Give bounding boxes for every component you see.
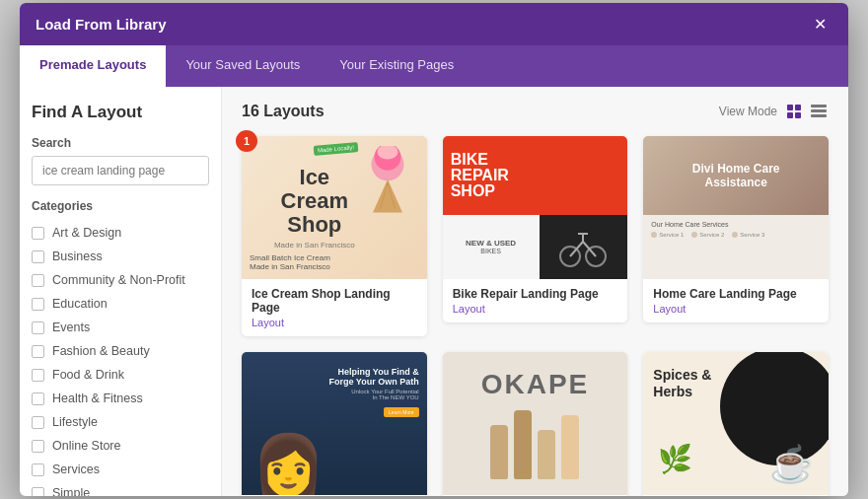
layout-card-wrapper-6: Spices &Herbs 🌿 ☕ Spices & Herbs Landing… [643, 352, 829, 496]
category-fashion[interactable]: Fashion & Beauty [32, 339, 209, 363]
made-locally-badge: Made Locally! [313, 142, 358, 156]
category-checkbox [32, 416, 44, 429]
bike-bottom-left: NEW & USED BIKES [443, 215, 540, 279]
tab-bar: Premade Layouts Your Saved Layouts Your … [20, 45, 848, 87]
spices-preview: Spices &Herbs 🌿 ☕ [643, 352, 829, 495]
layout-card-3[interactable]: Divi Home CareAssistance Our Home Care S… [643, 136, 829, 322]
category-online-store[interactable]: Online Store [32, 434, 209, 458]
layout-card-1[interactable]: IceCreamShop Made in San Francisco Made … [242, 136, 427, 336]
layout-info-6: Spices & Herbs Landing Page Layout [643, 495, 829, 496]
layout-card-2[interactable]: BIKEREPAIRSHOP NEW & USED BIKES [443, 136, 628, 322]
layout-card-5[interactable]: OKAPE Okape Landing Page [443, 352, 628, 496]
layouts-grid: 1 IceCreamShop Made in San Francisco Mad… [242, 136, 829, 496]
sidebar-title: Find A Layout [32, 103, 209, 122]
search-input[interactable] [32, 156, 209, 185]
view-mode-label: View Mode [719, 105, 777, 118]
layout-card-6[interactable]: Spices &Herbs 🌿 ☕ Spices & Herbs Landing… [643, 352, 829, 496]
modal-close-button[interactable]: ✕ [808, 13, 832, 36]
layout-badge-1: 1 [236, 130, 257, 152]
homecare-preview: Divi Home CareAssistance Our Home Care S… [643, 136, 829, 279]
category-education[interactable]: Education [32, 292, 209, 316]
spices-bowl-icon: ☕ [769, 444, 814, 485]
layout-preview-2: BIKEREPAIRSHOP NEW & USED BIKES [443, 136, 628, 279]
search-label: Search [32, 136, 209, 150]
grid-view-icon[interactable] [785, 104, 805, 119]
category-lifestyle[interactable]: Lifestyle [32, 410, 209, 434]
tab-existing-pages[interactable]: Your Existing Pages [320, 45, 473, 87]
category-checkbox [32, 227, 44, 240]
homecare-image: Divi Home CareAssistance [643, 136, 829, 215]
okape-title: OKAPE [481, 369, 590, 400]
bottle-2 [514, 410, 532, 479]
category-art-design[interactable]: Art & Design [32, 221, 209, 245]
category-community[interactable]: Community & Non-Profit [32, 268, 209, 292]
layout-info-4: Life Coaching Landing Page Layout [242, 495, 427, 496]
category-label: Health & Fitness [52, 392, 143, 405]
bike-bottom-right [540, 215, 628, 279]
category-label: Food & Drink [52, 368, 124, 382]
ice-cream-title: IceCreamShop [274, 166, 355, 238]
layout-type-2: Layout [453, 303, 618, 315]
category-label: Services [52, 463, 100, 476]
ice-cream-preview: IceCreamShop Made in San Francisco Made … [242, 136, 427, 279]
view-mode-controls: View Mode [719, 104, 829, 119]
bottle-4 [561, 415, 579, 479]
bike-repair-title: BIKEREPAIRSHOP [451, 152, 509, 199]
layout-info-2: Bike Repair Landing Page Layout [443, 279, 628, 322]
okape-preview: OKAPE [443, 352, 628, 495]
svg-line-16 [583, 242, 596, 256]
spices-leaf-icon: 🌿 [658, 443, 692, 475]
layout-info-5: Okape Landing Page Layout [443, 495, 628, 496]
svg-rect-5 [811, 109, 827, 112]
category-checkbox [32, 463, 44, 476]
category-label: Events [52, 321, 90, 334]
category-simple[interactable]: Simple [32, 481, 209, 496]
category-business[interactable]: Business [32, 245, 209, 268]
list-view-icon[interactable] [809, 104, 829, 119]
category-checkbox [32, 440, 44, 453]
svg-rect-4 [811, 105, 827, 107]
layout-preview-6: Spices &Herbs 🌿 ☕ [643, 352, 829, 495]
layout-card-4[interactable]: 👩 Helping You Find &Forge Your Own Path … [242, 352, 427, 496]
layout-preview-4: 👩 Helping You Find &Forge Your Own Path … [242, 352, 427, 495]
layout-info-1: Ice Cream Shop Landing Page Layout [242, 279, 427, 336]
layout-name-1: Ice Cream Shop Landing Page [252, 287, 417, 315]
bike-bottom: NEW & USED BIKES [443, 215, 628, 279]
layout-card-wrapper-3: Divi Home CareAssistance Our Home Care S… [643, 136, 829, 336]
layout-type-3: Layout [653, 303, 819, 315]
svg-rect-3 [795, 112, 801, 118]
category-services[interactable]: Services [32, 458, 209, 481]
modal: Load From Library ✕ Premade Layouts Your… [20, 3, 848, 496]
category-label: Art & Design [52, 226, 121, 240]
layout-preview-5: OKAPE [443, 352, 628, 495]
category-label: Simple [52, 486, 90, 496]
category-label: Community & Non-Profit [52, 273, 185, 287]
svg-rect-6 [811, 114, 827, 117]
svg-line-15 [570, 242, 583, 256]
bike-top: BIKEREPAIRSHOP [443, 136, 628, 215]
category-events[interactable]: Events [32, 316, 209, 339]
category-checkbox [32, 298, 44, 311]
modal-title: Load From Library [36, 16, 167, 33]
category-health[interactable]: Health & Fitness [32, 387, 209, 410]
coaching-preview: 👩 Helping You Find &Forge Your Own Path … [242, 352, 427, 495]
category-label: Education [52, 297, 108, 311]
bike-preview: BIKEREPAIRSHOP NEW & USED BIKES [443, 136, 628, 279]
bottle-3 [538, 430, 555, 479]
category-checkbox [32, 487, 44, 497]
layout-type-1: Layout [252, 317, 417, 328]
layouts-count: 16 Layouts [242, 103, 325, 120]
sidebar: Find A Layout Search Categories Art & De… [20, 87, 222, 496]
layout-card-wrapper-2: BIKEREPAIRSHOP NEW & USED BIKES [443, 136, 628, 336]
modal-header: Load From Library ✕ [20, 3, 848, 45]
layout-card-wrapper-4: 👩 Helping You Find &Forge Your Own Path … [242, 352, 427, 496]
svg-rect-0 [787, 105, 793, 110]
content-header: 16 Layouts View Mode [242, 103, 829, 120]
tab-premade[interactable]: Premade Layouts [20, 45, 166, 87]
layout-name-3: Home Care Landing Page [653, 287, 819, 301]
layout-preview-1: IceCreamShop Made in San Francisco Made … [242, 136, 427, 279]
tab-saved-layouts[interactable]: Your Saved Layouts [166, 45, 320, 87]
bottle-1 [490, 425, 508, 479]
layout-preview-3: Divi Home CareAssistance Our Home Care S… [643, 136, 829, 279]
category-food[interactable]: Food & Drink [32, 363, 209, 387]
